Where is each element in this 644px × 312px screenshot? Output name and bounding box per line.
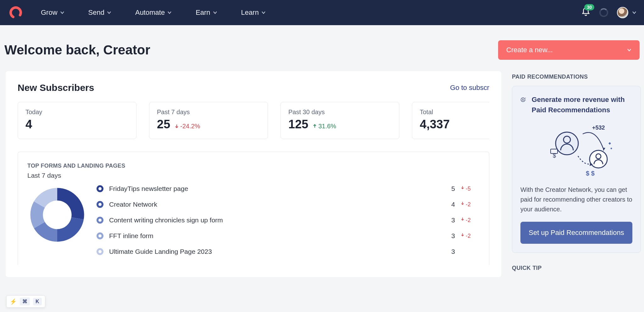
top-forms-subtitle: Last 7 days [27,172,480,179]
donut-slice [57,217,84,242]
stat-value: 25 [157,118,170,131]
stat-7days[interactable]: Past 7 days 25 -24.2% [149,102,268,139]
donut-slice [57,188,84,220]
stat-label: Total [420,109,489,116]
nav-right: 30 [581,7,636,18]
form-delta: -5 [461,186,480,192]
nav-automate[interactable]: Automate [135,8,172,17]
form-row[interactable]: FFT inline form3-2 [97,232,480,240]
stats-row: Today 4 Past 7 days 25 -24.2% Past 30 da… [18,102,489,139]
stat-label: Past 30 days [288,109,391,116]
chevron-down-icon [627,48,631,52]
quick-tip-title: QUICK TIP [512,265,641,271]
form-count: 4 [414,201,455,208]
stat-value: 4,337 [420,118,450,131]
promo-description: With the Creator Network, you can get pa… [520,185,632,214]
paid-recommendations-title: PAID RECOMMENDATIONS [512,74,641,80]
delta-text: -24.2% [180,123,200,130]
donut-chart [27,185,87,245]
stat-value: 125 [288,118,308,131]
loading-spinner-icon [599,8,608,17]
svg-text:+532: +532 [592,125,605,131]
nav-items: Grow Send Automate Earn Learn [41,8,266,17]
svg-marker-7 [603,148,605,151]
arrow-down-icon [175,124,179,128]
legend-dot [97,248,103,255]
svg-text:$ $: $ $ [586,170,595,177]
arrow-down-icon [461,217,464,221]
section-title: New Subscribers [18,82,94,93]
dollar-sparkle-icon: $ [520,94,527,105]
nav-label: Send [88,8,104,17]
stat-label: Today [25,109,129,116]
content-panel: New Subscribers Go to subscr Today 4 Pas… [6,71,501,277]
form-count: 3 [414,248,455,255]
notifications-button[interactable]: 30 [581,7,591,18]
form-name: FFT inline form [109,232,408,240]
form-name: FridayTips newsletter page [109,185,408,192]
chevron-down-icon [213,10,217,15]
paid-recommendations-card: $ Generate more revenue with Paid Recomm… [512,86,641,253]
stat-delta: -24.2% [175,123,200,130]
top-forms-title: TOP FORMS AND LANDING PAGES [27,163,480,169]
arrow-down-icon [461,233,464,237]
svg-point-0 [9,6,22,19]
command-bar[interactable]: ⚡ ⌘ K [6,295,45,308]
page-header: Welcome back, Creator Create a new... [0,25,644,71]
form-name: Ultimate Guide Landing Page 2023 [109,248,408,255]
form-row[interactable]: FridayTips newsletter page5-5 [97,185,480,192]
nav-label: Learn [241,8,259,17]
nav-label: Grow [41,8,58,17]
form-delta: -2 [461,233,480,239]
stat-today[interactable]: Today 4 [18,102,136,139]
form-count: 3 [414,216,455,224]
nav-send[interactable]: Send [88,8,111,17]
page-title: Welcome back, Creator [4,42,150,58]
setup-paid-recommendations-button[interactable]: Set up Paid Recommendations [520,222,632,244]
nav-grow[interactable]: Grow [41,8,64,17]
nav-earn[interactable]: Earn [196,8,217,17]
create-label: Create a new... [506,46,553,54]
nav-learn[interactable]: Learn [241,8,266,17]
avatar [617,7,628,18]
cmd-key: ⌘ [20,298,30,305]
form-delta: -2 [461,201,480,208]
svg-text:$: $ [522,98,524,101]
stat-30days[interactable]: Past 30 days 125 31.6% [280,102,399,139]
promo-heading: Generate more revenue with Paid Recommen… [532,94,632,115]
legend-dot [97,201,103,208]
legend-dot [97,217,103,224]
logo-icon[interactable] [9,6,22,19]
legend-dot [97,185,103,192]
bolt-icon: ⚡ [10,298,17,305]
form-row[interactable]: Ultimate Guide Landing Page 20233 [97,248,480,255]
go-to-subscribers-link[interactable]: Go to subscr [450,84,489,92]
sidebar: PAID RECOMMENDATIONS $ Generate more rev… [512,71,641,277]
delta-text: 31.6% [318,123,336,130]
stat-total[interactable]: Total 4,337 [412,102,489,139]
form-row[interactable]: Content writing chronicles sign up form3… [97,216,480,224]
account-menu[interactable] [617,7,636,18]
chevron-down-icon [60,10,64,15]
arrow-down-icon [461,186,464,189]
nav-label: Automate [135,8,165,17]
legend-dot [97,232,103,239]
arrow-down-icon [461,201,464,205]
form-row[interactable]: Creator Network4-2 [97,201,480,208]
form-count: 5 [414,185,455,192]
arrow-up-icon [313,124,317,128]
main: New Subscribers Go to subscr Today 4 Pas… [0,71,644,277]
chevron-down-icon [167,10,172,15]
nav-label: Earn [196,8,210,17]
chevron-down-icon [107,10,111,15]
promo-illustration: +532 $ $ $ [536,121,617,178]
chevron-down-icon [261,10,266,15]
form-name: Content writing chronicles sign up form [109,216,408,224]
k-key: K [33,298,42,305]
create-new-button[interactable]: Create a new... [498,40,640,60]
form-name: Creator Network [109,201,408,208]
stat-label: Past 7 days [157,109,260,116]
forms-list: FridayTips newsletter page5-5Creator Net… [97,185,480,255]
top-forms-card: TOP FORMS AND LANDING PAGES Last 7 days … [18,152,489,265]
form-delta: -2 [461,217,480,224]
